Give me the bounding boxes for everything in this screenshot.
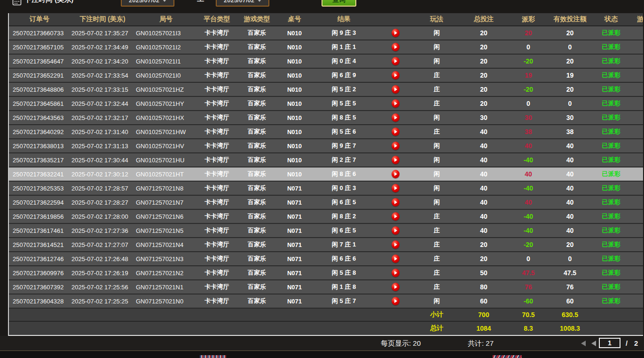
cell-table-no: N010 (277, 125, 312, 138)
play-video-icon[interactable] (392, 269, 400, 277)
cell-status: 已派彩 (593, 294, 629, 308)
cell-play-icon (376, 294, 416, 308)
table-row[interactable]: 250702173652291 2025-07-02 17:33:54 GN01… (9, 69, 643, 83)
cell-total-bet: 20 (458, 83, 510, 96)
cell-round-id: GN071257021N4 (135, 238, 197, 251)
table-row[interactable]: 250702173617461 2025-07-02 17:27:36 GN07… (9, 224, 643, 238)
page-number-input[interactable] (599, 338, 620, 348)
cell-payout: -40 (510, 182, 547, 195)
cell-payout: -40 (510, 153, 547, 167)
cell-valid-bet: 38 (547, 125, 593, 138)
cell-round-id: GN010257021I0 (135, 69, 197, 82)
cell-play-icon (376, 210, 416, 223)
play-video-icon[interactable] (392, 113, 400, 122)
cell-play-icon (376, 167, 416, 181)
play-video-icon[interactable] (392, 57, 400, 65)
column-header: 游戏类型 (237, 13, 277, 25)
cell-game-extra (629, 111, 643, 124)
play-video-icon[interactable] (392, 198, 400, 207)
table-row[interactable]: 250702173645861 2025-07-02 17:32:44 GN01… (9, 97, 643, 111)
cell-platform: 卡卡湾厅 (197, 167, 237, 181)
cell-play-type: 闲 (416, 153, 458, 167)
play-triangle-icon (394, 88, 397, 91)
column-header: 玩法 (416, 13, 458, 25)
cell-play-icon (376, 55, 416, 68)
table-row[interactable]: 250702173648806 2025-07-02 17:33:15 GN01… (9, 83, 643, 97)
cell-payout: 47.5 (510, 266, 547, 279)
page-divider: / (626, 339, 628, 347)
table-row[interactable]: 250702173657105 2025-07-02 17:34:49 GN01… (9, 40, 643, 55)
date-from-value: 2025/07/02 (129, 0, 159, 4)
table-row[interactable]: 250702173619856 2025-07-02 17:28:00 GN07… (9, 210, 643, 224)
table-row[interactable]: 250702173654647 2025-07-02 17:34:20 GN01… (9, 55, 643, 69)
play-video-icon[interactable] (392, 127, 400, 136)
cell-game-type: 百家乐 (237, 210, 277, 223)
cell-payout: -20 (510, 55, 547, 68)
cell-valid-bet: 60 (547, 294, 593, 308)
table-row[interactable]: 250702173625353 2025-07-02 17:28:57 GN07… (9, 182, 643, 196)
cell-bet-time: 2025-07-02 17:32:44 (70, 97, 135, 110)
cell-platform: 卡卡湾厅 (197, 224, 237, 237)
cell-valid-bet: 20 (547, 83, 593, 96)
cell-order-id: 250702173609976 (9, 266, 70, 279)
table-row[interactable]: 250702173635217 2025-07-02 17:30:44 GN01… (9, 153, 643, 167)
cell-status: 已派彩 (593, 196, 629, 209)
column-header: 结果 (312, 13, 376, 25)
play-video-icon[interactable] (392, 226, 400, 235)
query-button[interactable]: 查询 (322, 0, 356, 7)
table-row[interactable]: 250702173638013 2025-07-02 17:31:13 GN01… (9, 139, 643, 153)
cell-round-id: GN010257021I2 (135, 40, 197, 54)
table-row[interactable]: 250702173609976 2025-07-02 17:26:19 GN07… (9, 266, 643, 280)
table-row[interactable]: 250702173614521 2025-07-02 17:27:07 GN07… (9, 238, 643, 252)
play-video-icon[interactable] (392, 184, 400, 192)
play-video-icon[interactable] (392, 29, 400, 37)
play-video-icon[interactable] (392, 283, 400, 291)
play-video-icon[interactable] (392, 240, 400, 249)
cell-game-extra (629, 182, 643, 195)
table-row[interactable]: 250702173660733 2025-07-02 17:35:27 GN01… (9, 26, 643, 40)
first-page-icon[interactable] (581, 341, 586, 346)
play-video-icon[interactable] (392, 255, 400, 263)
play-video-icon[interactable] (392, 85, 400, 94)
table-row[interactable]: 250702173643563 2025-07-02 17:32:17 GN01… (9, 111, 643, 125)
cell-order-id: 250702173622594 (9, 196, 70, 209)
table-row[interactable]: 250702173632241 2025-07-02 17:30:12 GN01… (9, 167, 643, 182)
cell-result: 闲 9 庄 7 (312, 139, 376, 152)
total-row: 总计 1084 8.3 1008.3 (9, 322, 643, 335)
cell-play-icon (376, 196, 416, 209)
date-from-picker[interactable]: 2025/07/02 (121, 0, 174, 7)
cell-game-type: 百家乐 (237, 153, 277, 167)
date-to-picker[interactable]: 2025/07/02 (216, 0, 269, 7)
play-video-icon[interactable] (392, 156, 400, 164)
cell-payout: 0 (510, 97, 547, 110)
table-row[interactable]: 250702173607392 2025-07-02 17:25:56 GN07… (9, 280, 643, 294)
cell-game-extra (629, 55, 643, 68)
play-video-icon[interactable] (392, 212, 400, 221)
play-video-icon[interactable] (392, 71, 400, 80)
play-triangle-icon (394, 144, 397, 148)
table-header-row: 订单号下注时间 (美东)局号平台类型游戏类型桌号结果玩法总投注派彩有效投注额状态… (9, 13, 643, 26)
cell-valid-bet: 40 (547, 224, 593, 237)
cell-status: 已派彩 (593, 97, 629, 110)
play-video-icon[interactable] (392, 142, 400, 150)
play-video-icon[interactable] (392, 99, 400, 108)
play-triangle-icon (394, 271, 397, 275)
table-row[interactable]: 250702173612746 2025-07-02 17:26:48 GN07… (9, 252, 643, 266)
play-video-icon[interactable] (392, 170, 400, 178)
table-row[interactable]: 250702173622594 2025-07-02 17:28:27 GN07… (9, 196, 643, 210)
table-row[interactable]: 250702173604328 2025-07-02 17:25:25 GN07… (9, 294, 643, 309)
cell-game-type: 百家乐 (237, 40, 277, 54)
prev-page-icon[interactable] (591, 341, 596, 346)
cell-game-extra (629, 294, 643, 308)
cell-table-no: N010 (277, 167, 312, 181)
play-video-icon[interactable] (392, 297, 400, 305)
cell-result: 闲 9 庄 3 (312, 26, 376, 40)
play-triangle-icon (394, 285, 397, 289)
table-row[interactable]: 250702173640292 2025-07-02 17:31:40 GN01… (9, 125, 643, 139)
subtotal-total-bet: 700 (458, 309, 510, 321)
cell-total-bet: 20 (458, 26, 510, 40)
cell-order-id: 250702173648806 (9, 83, 70, 96)
cell-table-no: N010 (277, 83, 312, 96)
play-video-icon[interactable] (392, 43, 400, 51)
cell-payout: 0 (510, 252, 547, 265)
